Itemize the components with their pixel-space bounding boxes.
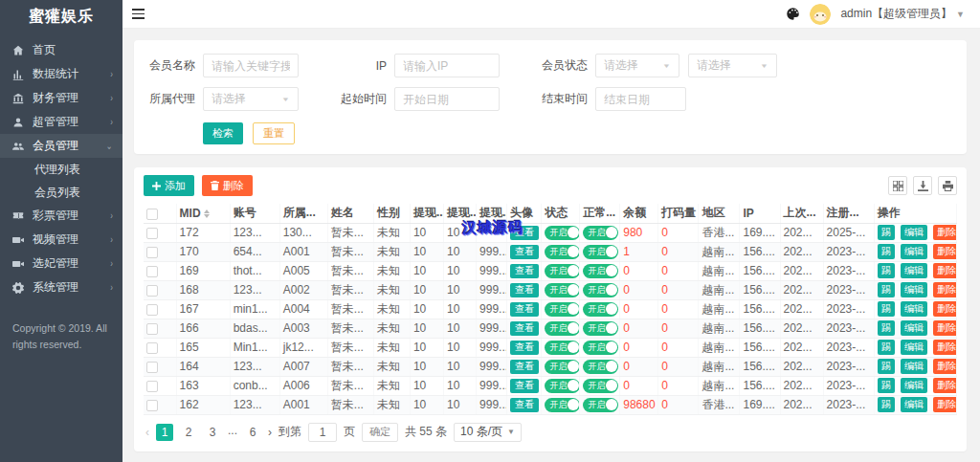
delete-button[interactable]: 删除 [933,397,956,412]
search-button[interactable]: 检索 [203,122,243,144]
status-toggle[interactable]: 开启 [545,398,580,412]
view-avatar-button[interactable]: 查看 [510,398,539,412]
delete-button[interactable]: 删除 [933,263,956,278]
row-checkbox[interactable] [146,285,158,297]
edit-button[interactable]: 编辑 [901,397,927,412]
row-checkbox[interactable] [146,323,158,335]
row-checkbox[interactable] [146,304,158,316]
end-date-input[interactable] [595,87,686,111]
view-avatar-button[interactable]: 查看 [510,321,539,336]
sidebar-item-video[interactable]: 视频管理 › [0,228,122,252]
view-avatar-button[interactable]: 查看 [510,226,539,240]
page-button[interactable]: 1 [156,424,173,441]
edit-button[interactable]: 编辑 [901,282,927,297]
normal-toggle[interactable]: 开启 [583,360,618,374]
delete-button[interactable]: 删除 [933,282,956,297]
delete-button[interactable]: 删除 [933,301,956,317]
kick-button[interactable]: 踢 [878,282,895,297]
prev-page-button[interactable]: ‹ [145,426,149,439]
goto-page-input[interactable] [308,423,337,442]
member-status-select[interactable]: 请选择▼ [595,54,679,77]
normal-toggle[interactable]: 开启 [583,321,618,336]
kick-button[interactable]: 踢 [878,244,895,259]
user-menu[interactable]: admin【超级管理员】 ▼ [840,6,965,22]
kick-button[interactable]: 踢 [878,397,895,412]
edit-button[interactable]: 编辑 [901,225,927,240]
kick-button[interactable]: 踢 [878,263,895,278]
row-checkbox[interactable] [146,400,158,411]
view-avatar-button[interactable]: 查看 [510,302,539,317]
sort-icon[interactable] [204,209,210,219]
confirm-page-button[interactable]: 确定 [362,423,398,442]
status-toggle[interactable]: 开启 [545,226,580,240]
normal-toggle[interactable]: 开启 [583,283,618,297]
user-avatar[interactable] [810,4,831,25]
kick-button[interactable]: 踢 [878,301,895,317]
page-button[interactable]: 2 [180,424,197,441]
normal-toggle[interactable]: 开启 [583,245,618,259]
select-all-checkbox[interactable] [146,209,158,220]
edit-button[interactable]: 编辑 [901,263,927,278]
edit-button[interactable]: 编辑 [901,301,927,317]
ip-input[interactable] [394,54,500,77]
export-icon[interactable] [913,176,932,195]
normal-toggle[interactable]: 开启 [583,379,618,393]
view-avatar-button[interactable]: 查看 [510,245,539,259]
status-toggle[interactable]: 开启 [545,283,580,297]
per-page-select[interactable]: 10 条/页 ▼ [454,423,522,442]
row-checkbox[interactable] [146,228,158,239]
edit-button[interactable]: 编辑 [901,244,927,259]
status-toggle[interactable]: 开启 [545,360,580,374]
sidebar-item-admins[interactable]: 超管管理 › [0,110,122,134]
sidebar-subitem-member-list[interactable]: 会员列表 [0,181,122,204]
normal-toggle[interactable]: 开启 [583,398,618,412]
view-avatar-button[interactable]: 查看 [510,360,539,374]
kick-button[interactable]: 踢 [878,340,895,355]
view-avatar-button[interactable]: 查看 [510,283,539,297]
edit-button[interactable]: 编辑 [901,378,927,393]
sidebar-subitem-agent-list[interactable]: 代理列表 [0,158,122,181]
kick-button[interactable]: 踢 [878,378,895,393]
sidebar-item-finance[interactable]: 财务管理 › [0,86,122,110]
delete-button[interactable]: 删除 [933,244,956,259]
row-checkbox[interactable] [146,247,158,258]
sidebar-item-members[interactable]: 会员管理 ⌄ [0,134,122,158]
normal-toggle[interactable]: 开启 [583,341,618,355]
sidebar-item-system[interactable]: 系统管理 › [0,275,122,299]
delete-selected-button[interactable]: 删除 [202,175,253,196]
page-button[interactable]: 6 [244,424,261,441]
sidebar-item-stats[interactable]: 数据统计 › [0,62,122,86]
status-toggle[interactable]: 开启 [545,341,580,355]
agent-select[interactable]: 请选择▼ [203,87,299,111]
status-toggle[interactable]: 开启 [545,321,580,336]
row-checkbox[interactable] [146,342,158,354]
edit-button[interactable]: 编辑 [901,320,927,336]
member-status-select-2[interactable]: 请选择▼ [688,54,777,77]
filter-columns-icon[interactable] [888,176,907,195]
status-toggle[interactable]: 开启 [545,379,580,393]
edit-button[interactable]: 编辑 [901,340,927,355]
row-checkbox[interactable] [146,362,158,373]
member-name-input[interactable] [203,54,299,77]
kick-button[interactable]: 踢 [878,320,895,336]
delete-button[interactable]: 删除 [933,320,956,336]
delete-button[interactable]: 删除 [933,378,956,393]
start-date-input[interactable] [394,87,500,111]
delete-button[interactable]: 删除 [933,225,956,240]
view-avatar-button[interactable]: 查看 [510,379,539,393]
print-icon[interactable] [938,176,957,195]
status-toggle[interactable]: 开启 [545,264,580,278]
kick-button[interactable]: 踢 [878,359,895,374]
status-toggle[interactable]: 开启 [545,302,580,317]
row-checkbox[interactable] [146,381,158,392]
reset-button[interactable]: 重置 [253,122,295,144]
add-button[interactable]: 添加 [144,175,194,196]
menu-toggle-icon[interactable] [132,6,149,23]
edit-button[interactable]: 编辑 [901,359,927,374]
view-avatar-button[interactable]: 查看 [510,341,539,355]
page-button[interactable]: 3 [204,424,221,441]
sidebar-item-concubine[interactable]: 选妃管理 › [0,252,122,275]
normal-toggle[interactable]: 开启 [583,226,618,240]
row-checkbox[interactable] [146,266,158,277]
status-toggle[interactable]: 开启 [545,245,580,259]
